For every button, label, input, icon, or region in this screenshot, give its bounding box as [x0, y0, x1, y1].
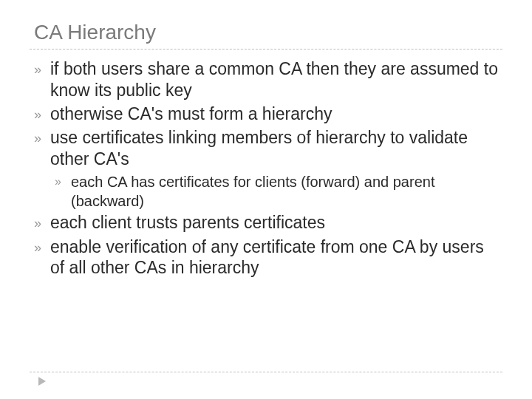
slide-title: CA Hierarchy [30, 21, 502, 44]
list-item: » if both users share a common CA then t… [34, 58, 498, 101]
bullet-icon: » [34, 127, 50, 149]
bullet-icon: » [34, 58, 50, 81]
title-divider [30, 49, 502, 50]
bullet-icon: » [34, 236, 50, 259]
bullet-icon: » [55, 172, 71, 191]
bullet-icon: » [34, 212, 50, 234]
bullet-text: use certificates linking members of hier… [50, 127, 498, 170]
bullet-list: » if both users share a common CA then t… [34, 58, 498, 279]
list-item: » enable verification of any certificate… [34, 236, 498, 279]
sub-list-container: » each CA has certificates for clients (… [34, 172, 498, 211]
bullet-text: each client trusts parents certificates [50, 212, 498, 233]
bullet-text: if both users share a common CA then the… [50, 58, 498, 101]
footer-divider [30, 372, 502, 372]
bullet-text: otherwise CA's must form a hierarchy [50, 103, 498, 125]
list-item: » each client trusts parents certificate… [34, 212, 498, 234]
bullet-icon: » [34, 103, 50, 126]
sub-list-item: » each CA has certificates for clients (… [34, 172, 498, 211]
list-item: » otherwise CA's must form a hierarchy [34, 103, 498, 126]
bullet-text: enable verification of any certificate f… [50, 236, 498, 279]
sub-bullet-text: each CA has certificates for clients (fo… [71, 172, 498, 211]
next-arrow-icon [38, 377, 46, 386]
list-item: » use certificates linking members of hi… [34, 127, 498, 170]
slide-content: » if both users share a common CA then t… [30, 58, 502, 279]
sub-list: » each CA has certificates for clients (… [34, 172, 498, 211]
